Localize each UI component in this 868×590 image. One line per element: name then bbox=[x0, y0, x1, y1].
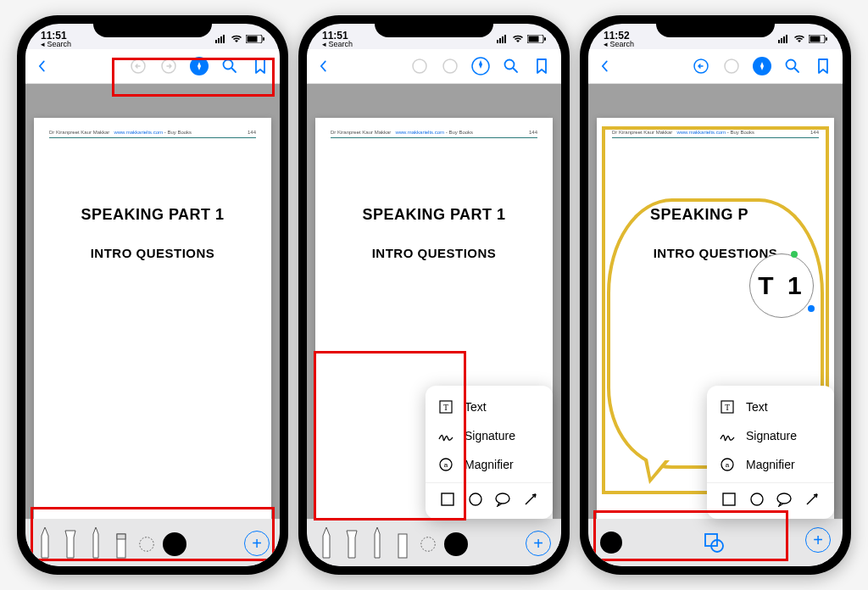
markup-icon[interactable] bbox=[190, 57, 209, 75]
undo-icon[interactable] bbox=[410, 57, 429, 75]
redo-icon[interactable] bbox=[441, 57, 459, 75]
svg-line-25 bbox=[514, 69, 518, 73]
menu-text[interactable]: TText bbox=[426, 392, 553, 421]
shape-circle[interactable] bbox=[748, 490, 766, 509]
magnifier-zoom-handle[interactable] bbox=[791, 251, 798, 258]
color-well[interactable] bbox=[163, 532, 186, 556]
bookmark-icon[interactable] bbox=[814, 57, 832, 75]
magnifier-resize-handle[interactable] bbox=[808, 305, 815, 312]
signal-icon bbox=[497, 35, 509, 43]
wifi-icon bbox=[512, 35, 524, 43]
add-menu: TText Signature aMagnifier bbox=[426, 386, 553, 519]
svg-rect-15 bbox=[499, 38, 501, 43]
eraser-tool[interactable] bbox=[393, 524, 412, 561]
signal-icon bbox=[778, 35, 790, 43]
add-menu: TText Signature aMagnifier bbox=[707, 386, 834, 519]
svg-point-32 bbox=[496, 493, 509, 504]
document-area[interactable]: Dr Kiranpreet Kaur Makkar www.makkarielt… bbox=[25, 84, 280, 520]
back-button[interactable] bbox=[598, 60, 610, 72]
svg-rect-20 bbox=[544, 37, 546, 41]
wifi-icon bbox=[231, 35, 242, 43]
phone-3: 11:52◂ Search Dr Kiranpreet Kaur Makkar bbox=[580, 15, 851, 575]
battery-icon bbox=[809, 35, 827, 43]
menu-signature[interactable]: Signature bbox=[426, 421, 553, 450]
svg-rect-34 bbox=[398, 534, 407, 558]
phone-2: 11:51◂ Search Dr Kiranpreet Kaur Makkar bbox=[298, 15, 570, 575]
add-button[interactable]: + bbox=[526, 531, 551, 556]
magnifier-annotation[interactable]: T 1 bbox=[749, 253, 814, 318]
color-well[interactable] bbox=[444, 532, 468, 556]
undo-icon[interactable] bbox=[129, 57, 147, 75]
svg-rect-51 bbox=[723, 493, 735, 505]
add-button[interactable]: + bbox=[244, 531, 270, 556]
markup-icon[interactable] bbox=[471, 57, 490, 75]
page-number: 144 bbox=[248, 130, 256, 135]
fill-color[interactable] bbox=[600, 532, 622, 554]
pen-tool[interactable] bbox=[36, 524, 54, 561]
battery-icon bbox=[527, 35, 546, 43]
markup-icon[interactable] bbox=[753, 57, 771, 75]
svg-rect-16 bbox=[502, 36, 504, 43]
shape-style-button[interactable] bbox=[703, 532, 725, 554]
pencil-tool[interactable] bbox=[86, 524, 105, 561]
author: Dr Kiranpreet Kaur Makkar bbox=[49, 130, 109, 135]
shape-rect[interactable] bbox=[720, 490, 738, 509]
svg-rect-30 bbox=[442, 493, 453, 505]
svg-rect-41 bbox=[810, 36, 821, 42]
page-title: SPEAKING PART 1 bbox=[49, 206, 256, 224]
svg-line-10 bbox=[232, 69, 236, 73]
shape-circle[interactable] bbox=[466, 490, 485, 509]
svg-point-21 bbox=[413, 59, 426, 73]
back-button[interactable] bbox=[317, 60, 329, 72]
header-link: www.makkarielts.com bbox=[114, 130, 163, 135]
svg-rect-36 bbox=[778, 40, 780, 43]
search-icon[interactable] bbox=[220, 57, 239, 75]
shape-rect[interactable] bbox=[438, 490, 457, 509]
marker-tool[interactable] bbox=[61, 524, 80, 561]
back-button[interactable] bbox=[36, 60, 47, 72]
svg-point-45 bbox=[787, 60, 796, 70]
phone-1: 11:51◂ Search Dr Kiranpreet Kaur Ma bbox=[17, 15, 288, 575]
eraser-tool[interactable] bbox=[112, 524, 131, 561]
lasso-tool[interactable] bbox=[137, 524, 156, 561]
menu-signature[interactable]: Signature bbox=[707, 421, 834, 450]
menu-magnifier[interactable]: aMagnifier bbox=[707, 450, 834, 479]
svg-point-13 bbox=[140, 537, 154, 552]
markup-toolbar: + bbox=[25, 519, 280, 566]
battery-icon bbox=[246, 35, 264, 43]
shape-speech[interactable] bbox=[775, 490, 793, 509]
menu-text[interactable]: TText bbox=[707, 392, 834, 421]
pencil-tool[interactable] bbox=[368, 524, 387, 561]
search-icon[interactable] bbox=[783, 57, 802, 75]
shape-arrow[interactable] bbox=[521, 490, 540, 509]
svg-rect-37 bbox=[781, 38, 782, 43]
bookmark-icon[interactable] bbox=[532, 57, 551, 75]
status-back-search[interactable]: ◂ Search bbox=[322, 41, 353, 48]
lasso-tool[interactable] bbox=[419, 524, 437, 561]
notch bbox=[93, 15, 212, 37]
svg-line-54 bbox=[807, 494, 817, 504]
svg-point-53 bbox=[777, 493, 791, 504]
redo-icon[interactable] bbox=[159, 57, 178, 75]
svg-text:T: T bbox=[443, 403, 448, 412]
status-back-search[interactable]: ◂ Search bbox=[41, 41, 71, 48]
menu-magnifier[interactable]: aMagnifier bbox=[426, 450, 553, 479]
pen-tool[interactable] bbox=[317, 524, 336, 561]
marker-tool[interactable] bbox=[342, 524, 361, 561]
svg-rect-0 bbox=[215, 40, 217, 43]
svg-rect-1 bbox=[218, 38, 220, 43]
svg-rect-39 bbox=[786, 35, 787, 43]
bookmark-icon[interactable] bbox=[251, 57, 270, 75]
add-button[interactable]: + bbox=[805, 527, 831, 553]
shape-arrow[interactable] bbox=[803, 490, 821, 509]
redo-icon[interactable] bbox=[722, 57, 741, 75]
page-title: SPEAKING PART 1 bbox=[331, 206, 537, 224]
notch bbox=[375, 15, 493, 37]
search-icon[interactable] bbox=[502, 57, 520, 75]
status-back-search[interactable]: ◂ Search bbox=[604, 41, 634, 48]
shape-speech[interactable] bbox=[493, 490, 512, 509]
page-subtitle: INTRO QUESTIONS bbox=[331, 246, 537, 260]
svg-point-9 bbox=[224, 60, 233, 70]
undo-icon[interactable] bbox=[692, 57, 710, 75]
nav-bar bbox=[588, 49, 843, 84]
